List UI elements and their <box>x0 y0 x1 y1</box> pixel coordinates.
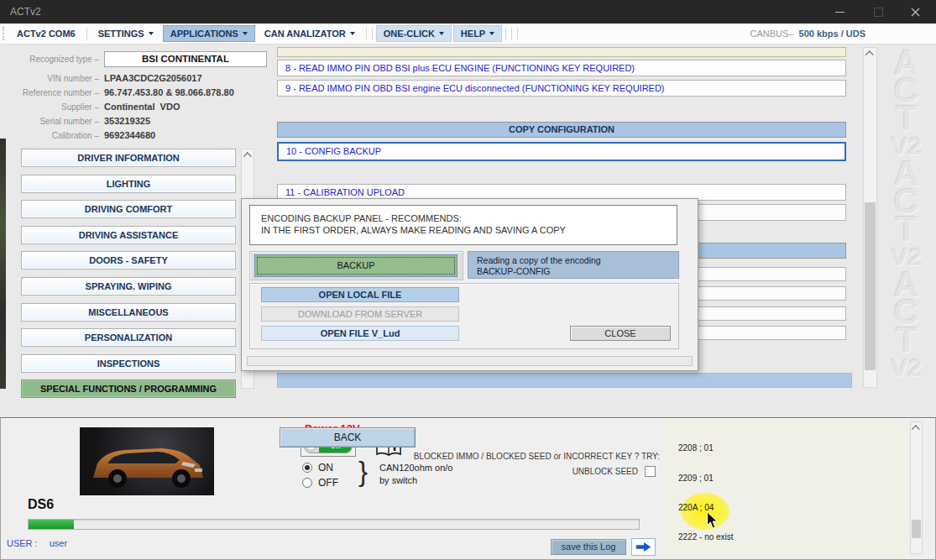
maximize-button[interactable] <box>861 0 895 24</box>
scrollbar-thumb[interactable] <box>865 202 876 370</box>
can-resistor-off-radio[interactable] <box>302 478 312 488</box>
app-window: ACTv2 ACTv2 COM6 SETTINGS APPLICATIONS C <box>0 0 936 560</box>
radio-on-label: ON <box>318 462 333 474</box>
backup-button-panel: BACKUP <box>249 251 463 280</box>
chevron-down-icon <box>350 32 355 35</box>
sidebar-item-lighting[interactable]: LIGHTING <box>21 175 236 193</box>
canbus-status: CANBUS– 500 kbps / UDS <box>750 29 865 39</box>
scroll-up-icon[interactable] <box>911 422 922 435</box>
back-button[interactable]: BACK <box>280 427 416 447</box>
sidebar-item-doors-safety[interactable]: DOORS - SAFETY <box>21 251 236 270</box>
send-log-button[interactable] <box>631 538 656 556</box>
menu-separator <box>372 28 373 40</box>
menu-item-help[interactable]: HELP <box>453 25 502 42</box>
function-row-8[interactable]: 8 - READ IMMO PIN OBD BSI plus ECU ENGIN… <box>277 60 846 76</box>
actv2-watermark: A C T V2 A C T V2 A C T V2 <box>881 49 932 381</box>
chevron-down-icon <box>439 32 444 35</box>
open-local-file-button[interactable]: OPEN LOCAL FILE <box>261 287 459 302</box>
menu-separator <box>86 28 87 40</box>
reference-row: Reference number – 96.747.453.80 & 98.06… <box>0 86 234 99</box>
recognized-type-row: Recognized type – BSI CONTINENTAL <box>0 52 267 65</box>
sidebar-item-miscellaneous[interactable]: MISCELLANEOUS <box>21 303 236 322</box>
menu-item-settings[interactable]: SETTINGS <box>91 25 161 42</box>
radio-off-label: OFF <box>318 477 338 489</box>
log-line: 2208 ; 01 <box>678 443 734 453</box>
arrow-right-icon <box>635 541 653 553</box>
blocked-immo-hint: BLOCKED IMMO / BLOCKED SEED or INCORRECT… <box>324 452 660 461</box>
menu-item-one-click[interactable]: ONE-CLICK <box>376 25 452 42</box>
chevron-down-icon <box>149 32 154 35</box>
supplier-value: Continental VDO <box>104 102 180 112</box>
diagnostic-log-lines: 2208 ; 01 2209 ; 01 220A ; 04 2222 - no … <box>678 424 734 560</box>
menu-item-applications[interactable]: APPLICATIONS <box>163 25 255 42</box>
file-buttons-group: OPEN LOCAL FILE DOWNLOAD FROM SERVER OPE… <box>249 283 679 349</box>
log-line: 2209 ; 01 <box>678 474 734 484</box>
scroll-up-icon[interactable] <box>864 48 876 60</box>
can-resistor-note-line1: CAN120ohm on/o <box>379 463 452 473</box>
chevron-down-icon <box>489 32 494 35</box>
log-scrollbar[interactable] <box>910 421 923 554</box>
serial-row: Serial number – 353219325 <box>0 114 150 128</box>
sidebar-item-driver-information[interactable]: DRIVER INFORMATION <box>21 149 236 167</box>
menu-separator <box>366 28 367 40</box>
can-resistor-note-line2: by switch <box>379 475 417 485</box>
car-illustration <box>80 427 214 495</box>
menu-bar: ACTv2 COM6 SETTINGS APPLICATIONS CAN ANA… <box>0 24 936 44</box>
section-band-bottom <box>277 373 852 388</box>
reference-value: 96.747.453.80 & 98.066.878.80 <box>104 87 234 97</box>
close-dialog-button[interactable]: CLOSE <box>570 326 671 341</box>
menu-item-actv2-com6[interactable]: ACTv2 COM6 <box>9 25 83 42</box>
backup-info-panel: Reading a copy of the encoding BACKUP-CO… <box>468 251 679 279</box>
window-title: ACTv2 <box>10 6 41 18</box>
recognized-type-value: BSI CONTINENTAL <box>104 51 267 67</box>
vehicle-photo <box>80 427 214 495</box>
function-row-partial[interactable] <box>277 47 846 57</box>
mouse-cursor <box>706 511 719 533</box>
sidebar-item-spraying-wiping[interactable]: SPRAYING. WIPING <box>21 277 236 296</box>
vin-value: LPAA3CDC2G2056017 <box>104 73 202 83</box>
calibration-value: 9692344680 <box>104 130 155 140</box>
scrollbar-thumb[interactable] <box>912 520 921 538</box>
minimize-icon <box>835 12 844 13</box>
sidebar-item-driving-comfort[interactable]: DRIVING COMFORT <box>21 200 236 218</box>
sidebar-item-driving-assistance[interactable]: DRIVING ASSISTANCE <box>21 226 236 244</box>
log-line: 2222 - no exist <box>678 532 734 542</box>
download-from-server-button[interactable]: DOWNLOAD FROM SERVER <box>261 306 459 322</box>
close-icon <box>911 8 920 17</box>
encoding-backup-dialog: ENCODING BACKUP PANEL - RECOMMENDS: IN T… <box>241 198 698 371</box>
menu-separator <box>511 28 512 40</box>
serial-value: 353219325 <box>104 116 150 126</box>
category-list: DRIVER INFORMATION LIGHTING DRIVING COMF… <box>8 149 240 398</box>
sidebar-item-inspections[interactable]: INSPECTIONS <box>21 354 236 373</box>
function-row-10-selected[interactable]: 10 - CONFIG BACKUP <box>277 142 846 161</box>
minimize-button[interactable] <box>823 0 856 24</box>
vehicle-model-label: DS6 <box>28 497 54 512</box>
menu-separator <box>517 28 518 40</box>
title-bar: ACTv2 <box>0 0 936 24</box>
calibration-row: Calibration – 9692344680 <box>0 128 155 142</box>
left-edge-image-strip <box>0 139 6 389</box>
unblock-seed-checkbox[interactable] <box>645 466 656 477</box>
progress-bar <box>28 519 640 530</box>
save-log-button[interactable]: save this Log <box>551 539 626 555</box>
chevron-down-icon <box>243 32 248 35</box>
open-file-vlud-button[interactable]: OPEN FILE V_Lud <box>261 326 459 341</box>
vin-row: VIN number – LPAA3CDC2G2056017 <box>0 71 202 85</box>
sidebar-item-personalization[interactable]: PERSONALIZATION <box>21 328 236 347</box>
user-name: user <box>50 538 67 548</box>
menu-item-can-analizator[interactable]: CAN ANALIZATOR <box>257 25 363 42</box>
unblock-seed-label: UNBLOCK SEED <box>470 467 638 476</box>
dialog-message: ENCODING BACKUP PANEL - RECOMMENDS: IN T… <box>249 205 677 245</box>
maximize-icon <box>874 8 883 17</box>
close-button[interactable] <box>898 0 932 24</box>
recognized-type-label: Recognized type – <box>0 55 99 64</box>
can-resistor-on-radio[interactable] <box>302 463 312 473</box>
main-scrollbar[interactable] <box>863 47 877 388</box>
scroll-up-icon[interactable] <box>242 149 254 162</box>
backup-button[interactable]: BACKUP <box>254 254 458 277</box>
function-row-9[interactable]: 9 - READ IMMO PIN OBD BSI engine ECU dis… <box>277 80 846 97</box>
supplier-row: Supplier – Continental VDO <box>0 100 180 113</box>
sidebar-item-special-functions[interactable]: SPECIAL FUNCTIONS / PROGRAMMING <box>21 379 236 398</box>
toolbar-grip-icon <box>3 27 4 40</box>
user-status: USER : user <box>7 538 67 548</box>
